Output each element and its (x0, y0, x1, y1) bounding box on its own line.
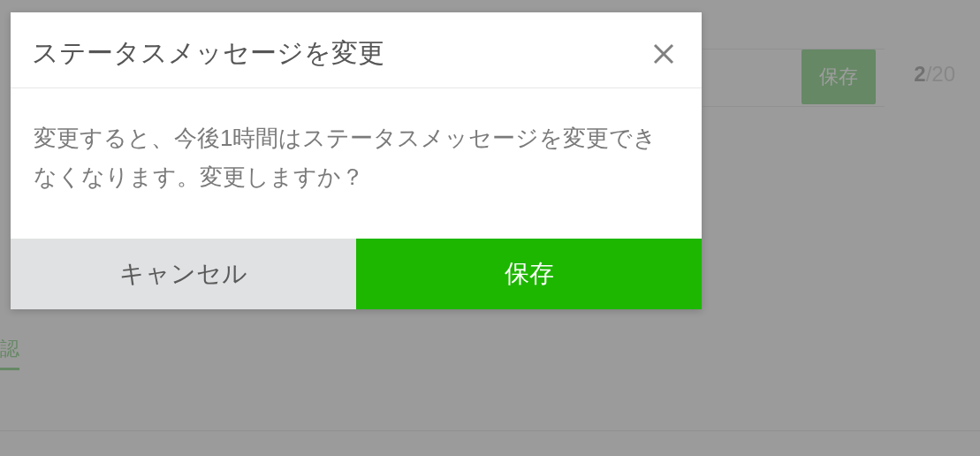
cancel-button[interactable]: キャンセル (11, 239, 356, 309)
dialog-message: 変更すると、今後1時間はステータスメッセージを変更できなくなります。変更しますか… (11, 88, 702, 239)
dialog-actions: キャンセル 保存 (11, 239, 702, 309)
dialog-header: ステータスメッセージを変更 (11, 12, 702, 88)
save-button-label: 保存 (505, 260, 554, 287)
close-button[interactable] (647, 37, 680, 71)
close-icon (652, 42, 675, 65)
save-button[interactable]: 保存 (356, 239, 702, 309)
dialog-title: ステータスメッセージを変更 (32, 35, 384, 72)
confirm-dialog: ステータスメッセージを変更 変更すると、今後1時間はステータスメッセージを変更で… (11, 12, 702, 309)
cancel-button-label: キャンセル (119, 260, 247, 287)
